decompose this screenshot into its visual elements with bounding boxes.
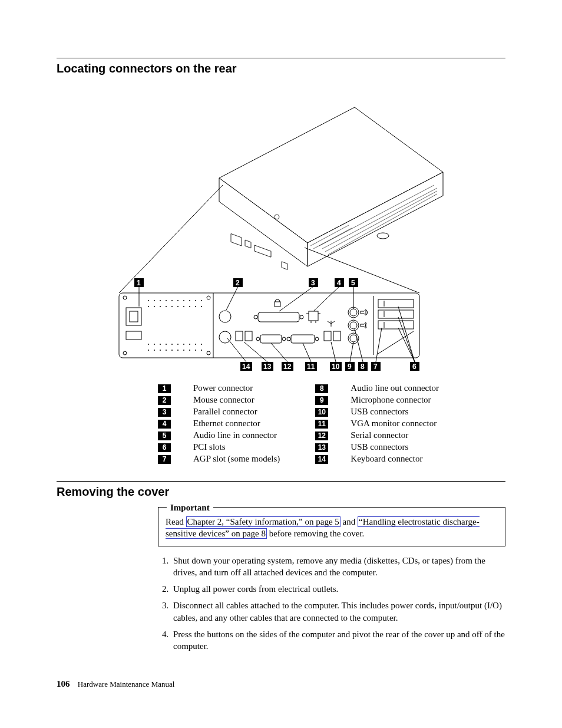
svg-line-106 — [313, 286, 339, 311]
svg-point-49 — [171, 344, 173, 345]
svg-line-133 — [376, 328, 382, 362]
svg-rect-69 — [245, 331, 252, 341]
legend-row: 8Audio line out connector — [315, 383, 439, 395]
svg-rect-13 — [282, 262, 287, 270]
section-heading-removing: Removing the cover — [57, 485, 505, 499]
legend-row: 5Audio line in connector — [158, 430, 280, 442]
svg-point-71 — [254, 315, 257, 319]
svg-point-30 — [177, 300, 178, 301]
svg-point-25 — [148, 300, 149, 301]
svg-rect-91 — [378, 310, 414, 318]
svg-point-75 — [256, 337, 260, 341]
svg-point-33 — [195, 300, 196, 301]
callout-top-row: 1 2 3 4 5 — [134, 278, 358, 311]
svg-rect-77 — [291, 335, 315, 343]
svg-point-72 — [300, 315, 303, 319]
step-item: Shut down your operating system, remove … — [171, 555, 505, 579]
page-footer: 106 Hardware Maintenance Manual — [57, 679, 174, 689]
svg-point-59 — [171, 350, 173, 351]
svg-line-127 — [350, 342, 353, 362]
svg-rect-90 — [378, 299, 414, 308]
svg-point-60 — [177, 350, 178, 351]
legend-row: 2Mouse connector — [158, 395, 280, 407]
svg-point-55 — [148, 350, 149, 351]
legend-callout-number: 4 — [158, 420, 171, 429]
legend-callout-number: 7 — [158, 455, 171, 464]
svg-text:3: 3 — [311, 279, 315, 287]
legend-row: 13USB connectors — [315, 442, 439, 454]
rear-connector-figure: 1 2 3 4 5 14 13 12 11 10 9 8 7 — [57, 84, 505, 373]
svg-point-32 — [189, 300, 190, 301]
important-note-box: Important Read Chapter 2, “Safety inform… — [158, 507, 505, 546]
legend-callout-number: 5 — [158, 431, 171, 440]
svg-rect-23 — [130, 311, 138, 322]
svg-point-46 — [154, 344, 155, 345]
svg-point-42 — [189, 306, 190, 307]
svg-point-83 — [350, 309, 357, 316]
svg-rect-70 — [258, 312, 299, 322]
svg-point-61 — [183, 350, 184, 351]
legend-row: 4Ethernet connector — [158, 419, 280, 430]
svg-line-124 — [331, 342, 336, 362]
svg-line-103 — [279, 286, 313, 311]
svg-text:2: 2 — [236, 279, 240, 287]
svg-point-53 — [195, 344, 196, 345]
legend-column-right: 8Audio line out connector9Microphone con… — [315, 383, 439, 466]
legend-callout-number: 10 — [315, 408, 328, 417]
legend-callout-number: 12 — [315, 431, 328, 440]
svg-point-58 — [166, 350, 167, 351]
legend-label: PCI slots — [193, 442, 280, 454]
svg-point-38 — [166, 306, 167, 307]
svg-text:12: 12 — [283, 363, 292, 371]
link-safety-chapter[interactable]: Chapter 2, “Safety information,” on page… — [186, 516, 340, 527]
svg-point-16 — [377, 233, 389, 239]
legend-label: VGA monitor connector — [351, 419, 439, 430]
svg-line-130 — [355, 329, 363, 362]
footer-title: Hardware Maintenance Manual — [78, 680, 175, 689]
svg-point-27 — [160, 300, 161, 301]
svg-text:14: 14 — [242, 363, 250, 371]
svg-point-63 — [195, 350, 196, 351]
step-item: Disconnect all cables attached to the co… — [171, 599, 505, 624]
svg-text:7: 7 — [373, 363, 378, 371]
svg-rect-92 — [378, 321, 414, 329]
svg-point-20 — [123, 351, 127, 355]
important-text-pre: Read — [166, 517, 186, 526]
legend-callout-number: 6 — [158, 443, 171, 452]
svg-text:9: 9 — [348, 363, 352, 371]
important-title: Important — [167, 502, 213, 513]
removal-steps-list: Shut down your operating system, remove … — [158, 555, 505, 653]
legend-row: 3Parallel connector — [158, 407, 280, 419]
svg-line-112 — [227, 338, 246, 362]
svg-rect-74 — [260, 335, 282, 343]
svg-rect-80 — [309, 311, 318, 321]
legend-row: 9Microphone connector — [315, 395, 439, 407]
legend-column-left: 1Power connector2Mouse connector3Paralle… — [158, 383, 280, 466]
svg-point-85 — [350, 322, 357, 329]
legend-row: 14Keyboard connector — [315, 454, 439, 466]
svg-point-56 — [154, 350, 155, 351]
svg-line-96 — [378, 331, 414, 354]
svg-line-138 — [398, 307, 415, 362]
svg-rect-68 — [236, 331, 243, 341]
svg-point-57 — [160, 350, 161, 351]
svg-rect-10 — [245, 240, 251, 248]
svg-text:6: 6 — [412, 363, 416, 371]
svg-text:10: 10 — [332, 363, 340, 371]
svg-point-50 — [177, 344, 178, 345]
legend-label: Mouse connector — [193, 395, 280, 407]
svg-point-41 — [183, 306, 184, 307]
legend-row: 12Serial connector — [315, 430, 439, 442]
svg-point-67 — [219, 331, 231, 343]
legend-row: 7AGP slot (some models) — [158, 454, 280, 466]
legend-label: Audio line in connector — [193, 430, 280, 442]
svg-text:13: 13 — [263, 363, 272, 371]
svg-point-31 — [183, 300, 184, 301]
legend-label: Microphone connector — [351, 395, 439, 407]
svg-point-48 — [166, 344, 167, 345]
legend-callout-number: 11 — [315, 420, 328, 429]
legend-callout-number: 1 — [158, 384, 171, 393]
legend-callout-number: 8 — [315, 384, 328, 393]
svg-text:1: 1 — [137, 279, 141, 287]
svg-point-87 — [350, 335, 357, 342]
